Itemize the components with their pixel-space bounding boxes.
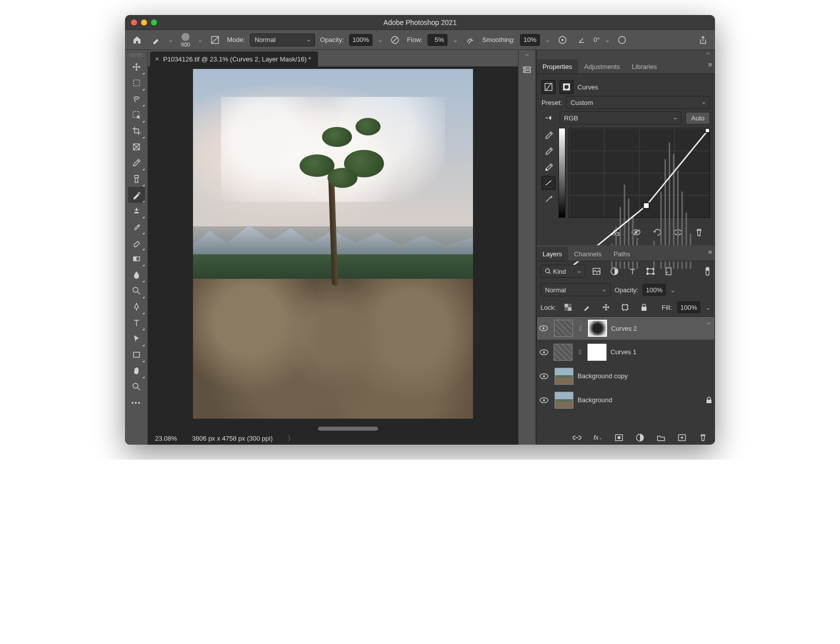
- hand-tool[interactable]: [128, 363, 145, 379]
- tab-paths[interactable]: Paths: [608, 247, 636, 261]
- new-group-icon[interactable]: [654, 431, 668, 445]
- tab-channels[interactable]: Channels: [568, 247, 608, 261]
- layer-name[interactable]: Background copy: [578, 372, 628, 380]
- auto-button[interactable]: Auto: [686, 112, 710, 124]
- canvas-viewport[interactable]: [148, 67, 518, 432]
- layer-name[interactable]: Curves 1: [610, 348, 636, 356]
- channel-select[interactable]: RGB: [560, 111, 682, 124]
- angle-value[interactable]: 0°: [594, 36, 600, 43]
- fill-input[interactable]: 100%: [677, 301, 700, 313]
- toolbox-grip[interactable]: [130, 53, 144, 57]
- sample-gray-icon[interactable]: [542, 144, 556, 158]
- clone-stamp-tool[interactable]: [128, 203, 145, 219]
- lock-pixels-icon[interactable]: [580, 300, 594, 314]
- expand-dock-icon[interactable]: ‹‹: [518, 52, 536, 57]
- angle-icon[interactable]: [574, 33, 588, 47]
- move-tool[interactable]: [128, 59, 145, 75]
- eraser-tool[interactable]: [128, 235, 145, 251]
- pressure-opacity-toggle[interactable]: [388, 33, 402, 47]
- pen-tool[interactable]: [128, 299, 145, 315]
- opacity-input[interactable]: 100%: [349, 34, 372, 46]
- mask-thumb[interactable]: [588, 320, 607, 337]
- layer-row[interactable]: 𓉸 Curves 2: [536, 316, 715, 340]
- new-adjustment-icon[interactable]: [633, 431, 647, 445]
- tab-libraries[interactable]: Libraries: [626, 59, 663, 73]
- mask-thumb[interactable]: [588, 344, 606, 361]
- layer-filter-select[interactable]: Kind: [540, 265, 586, 278]
- dodge-tool[interactable]: [128, 283, 145, 299]
- smoothing-input[interactable]: 10%: [520, 34, 540, 46]
- layer-style-icon[interactable]: fx⌄: [591, 431, 605, 445]
- quick-select-tool[interactable]: [128, 107, 145, 123]
- panel-menu-icon[interactable]: ≡: [708, 61, 712, 68]
- document-dims[interactable]: 3806 px x 4758 px (300 ppi): [192, 435, 272, 442]
- tab-layers[interactable]: Layers: [536, 247, 568, 261]
- horizontal-scrollbar[interactable]: [318, 427, 378, 431]
- history-panel-icon[interactable]: [520, 63, 534, 77]
- lock-position-icon[interactable]: [599, 300, 613, 314]
- flow-input[interactable]: 5%: [428, 34, 448, 46]
- healing-brush-tool[interactable]: [128, 171, 145, 187]
- visibility-toggle-icon[interactable]: [540, 349, 550, 355]
- visibility-toggle-icon[interactable]: [539, 325, 550, 331]
- adjustment-thumb[interactable]: [554, 320, 573, 337]
- brush-tool[interactable]: [128, 187, 145, 203]
- tab-properties[interactable]: Properties: [536, 59, 578, 73]
- smoothing-options-button[interactable]: [556, 33, 570, 47]
- airbrush-toggle[interactable]: [463, 33, 477, 47]
- lasso-tool[interactable]: [128, 91, 145, 107]
- adjustment-thumb[interactable]: [554, 344, 572, 361]
- share-button[interactable]: [696, 33, 710, 47]
- panel-menu-icon[interactable]: ≡: [708, 248, 712, 256]
- blend-mode-select[interactable]: Normal: [250, 33, 315, 46]
- layer-name[interactable]: Curves 2: [611, 325, 637, 332]
- path-select-tool[interactable]: [128, 331, 145, 347]
- zoom-tool[interactable]: [128, 379, 145, 395]
- document-tab[interactable]: × P1034126.tif @ 23.1% (Curves 2, Layer …: [150, 51, 318, 66]
- sample-black-icon[interactable]: [542, 128, 556, 142]
- pressure-size-toggle[interactable]: [615, 33, 629, 47]
- layer-blend-select[interactable]: Normal: [540, 283, 610, 296]
- layer-row[interactable]: 𓉸 Curves 1: [536, 340, 715, 364]
- preset-select[interactable]: Custom: [566, 96, 710, 109]
- layer-name[interactable]: Background: [578, 396, 612, 404]
- adjustment-type-icon[interactable]: [542, 80, 556, 94]
- zoom-readout[interactable]: 23.08%: [155, 435, 177, 442]
- add-mask-icon[interactable]: [612, 431, 626, 445]
- link-layers-icon[interactable]: [570, 431, 584, 445]
- collapse-dock-icon[interactable]: ››: [536, 50, 715, 58]
- tab-adjustments[interactable]: Adjustments: [578, 59, 626, 73]
- curves-graph[interactable]: [568, 128, 710, 218]
- draw-curve-icon[interactable]: [542, 192, 556, 206]
- visibility-toggle-icon[interactable]: [540, 373, 550, 379]
- brush-settings-button[interactable]: [208, 33, 222, 47]
- tool-preset-picker[interactable]: [149, 33, 163, 47]
- new-layer-icon[interactable]: [675, 431, 689, 445]
- type-tool[interactable]: [128, 315, 145, 331]
- close-tab-icon[interactable]: ×: [155, 55, 159, 62]
- blur-tool[interactable]: [128, 267, 145, 283]
- layer-opacity-input[interactable]: 100%: [642, 284, 666, 296]
- history-brush-tool[interactable]: [128, 219, 145, 235]
- layer-row[interactable]: Background: [536, 388, 715, 412]
- edit-points-icon[interactable]: [542, 176, 556, 190]
- eyedropper-tool[interactable]: [128, 155, 145, 171]
- home-button[interactable]: [130, 33, 144, 47]
- delete-layer-icon[interactable]: [696, 431, 710, 445]
- crop-tool[interactable]: [128, 123, 145, 139]
- lock-all-icon[interactable]: [637, 300, 651, 314]
- lock-artboard-icon[interactable]: [618, 300, 632, 314]
- mask-type-icon[interactable]: [560, 80, 574, 94]
- targeted-adjust-icon[interactable]: [542, 111, 556, 125]
- edit-toolbar-button[interactable]: •••: [128, 395, 145, 411]
- sample-white-icon[interactable]: [542, 160, 556, 174]
- status-menu-icon[interactable]: 〉: [288, 434, 294, 443]
- brush-preview[interactable]: 900: [178, 32, 192, 47]
- lock-transparency-icon[interactable]: [561, 300, 575, 314]
- rectangle-tool[interactable]: [128, 347, 145, 363]
- gradient-tool[interactable]: [128, 251, 145, 267]
- layer-thumb[interactable]: [554, 368, 574, 385]
- frame-tool[interactable]: [128, 139, 145, 155]
- layer-row[interactable]: Background copy: [536, 364, 715, 388]
- marquee-tool[interactable]: [128, 75, 145, 91]
